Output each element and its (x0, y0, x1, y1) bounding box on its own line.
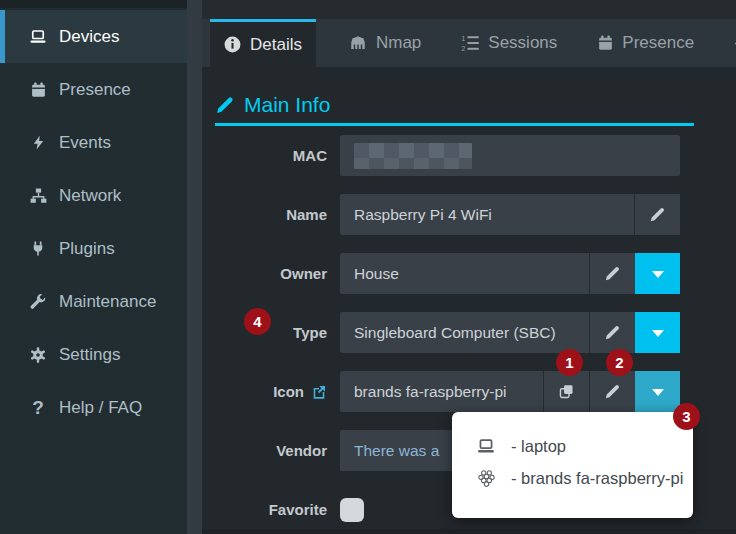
tab-nmap[interactable]: Nmap (336, 19, 433, 67)
field-row-type: Type Singleboard Computer (SBC) (213, 312, 736, 353)
sidebar: Devices Presence Events Network Plugins … (0, 0, 187, 534)
wrench-icon (27, 292, 49, 312)
sidebar-item-help-faq[interactable]: ? Help / FAQ (0, 381, 187, 434)
laptop-icon (474, 437, 498, 456)
owner-field: House (340, 253, 680, 294)
sidebar-item-label: Network (59, 186, 121, 206)
tab-sessions[interactable]: 12 Sessions (449, 19, 569, 67)
sidebar-item-label: Plugins (59, 239, 115, 259)
icon-copy-button[interactable] (543, 371, 589, 412)
pencil-icon (604, 324, 621, 341)
calendar-icon (27, 80, 49, 100)
list-ol-icon: 12 (461, 34, 480, 52)
field-row-mac: MAC (213, 135, 736, 176)
sidebar-item-label: Maintenance (59, 292, 156, 312)
sidebar-item-label: Presence (59, 80, 131, 100)
owner-value[interactable]: House (340, 253, 589, 294)
tab-details[interactable]: Details (210, 19, 316, 67)
sidebar-item-settings[interactable]: Settings (0, 328, 187, 381)
gear-icon (27, 345, 49, 365)
type-field: Singleboard Computer (SBC) (340, 312, 680, 353)
sidebar-item-presence[interactable]: Presence (0, 63, 187, 116)
tab-presence[interactable]: Presence (585, 19, 706, 67)
icon-dropdown-menu: - laptop - brands fa-raspberry-pi (452, 412, 693, 518)
sidebar-item-plugins[interactable]: Plugins (0, 222, 187, 275)
sidebar-item-events[interactable]: Events (0, 116, 187, 169)
section-title: Main Info (244, 93, 330, 117)
sidebar-item-maintenance[interactable]: Maintenance (0, 275, 187, 328)
caret-down-icon (652, 271, 664, 284)
copy-icon (558, 383, 575, 400)
owner-dropdown-button[interactable] (635, 253, 680, 294)
caret-down-icon (652, 330, 664, 343)
tab-events[interactable]: Events (720, 19, 736, 67)
name-edit-button[interactable] (634, 194, 680, 235)
dropdown-option-laptop[interactable]: - laptop (474, 437, 693, 456)
caret-down-icon (652, 389, 664, 402)
panel-top-band (202, 0, 736, 19)
name-field: Raspberry Pi 4 WiFi (340, 194, 680, 235)
sidebar-item-label: Help / FAQ (59, 398, 142, 418)
field-row-name: Name Raspberry Pi 4 WiFi (213, 194, 736, 235)
sidebar-item-label: Settings (59, 345, 120, 365)
bolt-icon (732, 34, 736, 52)
sidebar-item-network[interactable]: Network (0, 169, 187, 222)
sidebar-item-label: Events (59, 133, 111, 153)
panel-gutter (187, 0, 202, 534)
icon-edit-button[interactable] (589, 371, 635, 412)
svg-text:2: 2 (462, 45, 466, 52)
bolt-icon (27, 133, 49, 153)
tab-label: Nmap (376, 33, 421, 53)
icon-dropdown-button[interactable] (635, 371, 680, 412)
name-label: Name (213, 206, 340, 223)
type-value[interactable]: Singleboard Computer (SBC) (340, 312, 589, 353)
info-circle-icon (223, 35, 242, 54)
owner-edit-button[interactable] (589, 253, 635, 294)
mac-field (340, 135, 680, 176)
mac-redacted-value (354, 143, 472, 169)
type-dropdown-button[interactable] (635, 312, 680, 353)
question-icon: ? (27, 398, 49, 418)
external-link-icon[interactable] (311, 384, 327, 400)
icon-value[interactable]: brands fa-raspberry-pi (340, 371, 543, 412)
pencil-icon (604, 265, 621, 282)
main-info-header: Main Info (215, 93, 694, 126)
sidebar-item-devices[interactable]: Devices (0, 10, 187, 63)
icon-field: brands fa-raspberry-pi (340, 371, 680, 412)
laptop-icon (27, 27, 49, 47)
mac-value (340, 135, 680, 176)
field-row-owner: Owner House (213, 253, 736, 294)
tab-label: Presence (622, 33, 694, 53)
sidebar-item-label: Devices (59, 27, 119, 47)
network-icon (27, 186, 49, 206)
vendor-label: Vendor (213, 442, 340, 459)
pencil-icon (604, 383, 621, 400)
device-panel: Details Nmap 12 Sessions Presence Events (202, 0, 736, 534)
type-edit-button[interactable] (589, 312, 635, 353)
type-label: Type (213, 324, 340, 341)
name-value[interactable]: Raspberry Pi 4 WiFi (340, 194, 634, 235)
plug-icon (27, 239, 49, 259)
pencil-icon (649, 206, 666, 223)
calendar-icon (597, 34, 614, 52)
svg-text:1: 1 (462, 35, 466, 42)
favorite-label: Favorite (213, 501, 340, 518)
dropdown-option-label: - laptop (511, 437, 566, 456)
favorite-checkbox[interactable] (340, 498, 364, 522)
tab-label: Details (250, 35, 302, 55)
raspberry-pi-icon (474, 469, 498, 488)
dropdown-option-label: - brands fa-raspberry-pi (511, 469, 683, 488)
tab-label: Sessions (488, 33, 557, 53)
owner-label: Owner (213, 265, 340, 282)
annotation-badge-2: 2 (606, 349, 633, 376)
field-row-icon: Icon brands fa-raspberry-pi (213, 371, 736, 412)
mac-label: MAC (213, 147, 340, 164)
device-tabbar: Details Nmap 12 Sessions Presence Events (202, 19, 736, 67)
icon-label: Icon (213, 383, 340, 400)
icon-label-text: Icon (273, 383, 304, 400)
sidebar-header-edge (0, 0, 187, 8)
pencil-icon (215, 95, 235, 115)
dropdown-option-raspberry-pi[interactable]: - brands fa-raspberry-pi (474, 469, 693, 488)
annotation-badge-4: 4 (244, 308, 271, 335)
annotation-badge-3: 3 (673, 403, 700, 430)
